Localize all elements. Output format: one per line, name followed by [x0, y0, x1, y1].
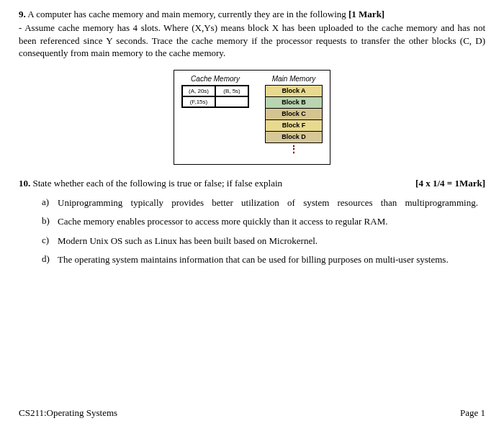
- option-b: b) Cache memory enables processor to acc…: [42, 215, 485, 228]
- page-number: Page 1: [460, 407, 485, 419]
- q10-number: 10.: [19, 178, 30, 189]
- course-code: CS211:Operating Systems: [19, 407, 117, 419]
- page-footer: CS211:Operating Systems Page 1: [19, 407, 485, 419]
- cache-row-0: (A, 20s) (B, 5s): [182, 86, 248, 96]
- cache-grid: (A, 20s) (B, 5s) (F,15s): [181, 85, 249, 108]
- cache-cell: (A, 20s): [182, 86, 215, 96]
- memory-block: Block D: [265, 131, 323, 143]
- q9-mark: [1 Mark]: [348, 9, 384, 19]
- cache-row-1: (F,15s): [182, 96, 248, 107]
- q9-header: 9. A computer has cache memory and main …: [19, 9, 485, 20]
- q10-options: a) Uniprogramming typically provides bet…: [19, 196, 485, 266]
- cache-title: Cache Memory: [191, 75, 240, 83]
- cache-cell: (F,15s): [182, 96, 215, 107]
- main-memory-stack: Block A Block B Block C Block F Block D …: [265, 85, 323, 157]
- option-letter: a): [42, 196, 58, 209]
- memory-block: Block F: [265, 119, 323, 132]
- option-d: d) The operating system maintains inform…: [42, 253, 485, 266]
- option-letter: b): [42, 215, 58, 228]
- q10-mark: [4 x 1/4 = 1Mark]: [415, 178, 485, 189]
- main-memory-title: Main Memory: [272, 75, 316, 83]
- cache-section: Cache Memory (A, 20s) (B, 5s) (F,15s): [181, 75, 249, 108]
- q9-body: - Assume cache memory has 4 slots. Where…: [19, 22, 485, 60]
- q10-intro: State whether each of the following is t…: [33, 178, 283, 189]
- option-text: Uniprogramming typically provides better…: [58, 196, 485, 209]
- memory-diagram: Cache Memory (A, 20s) (B, 5s) (F,15s) Ma…: [19, 70, 485, 165]
- option-a: a) Uniprogramming typically provides bet…: [42, 196, 485, 209]
- option-text: Cache memory enables processor to access…: [58, 215, 485, 228]
- option-text: The operating system maintains informati…: [58, 253, 485, 266]
- memory-block: Block C: [265, 108, 323, 120]
- memory-block: Block A: [265, 85, 323, 97]
- cache-cell: (B, 5s): [215, 86, 248, 96]
- diagram-container: Cache Memory (A, 20s) (B, 5s) (F,15s) Ma…: [174, 70, 330, 165]
- cache-cell: [215, 96, 248, 107]
- q9-intro: A computer has cache memory and main mem…: [27, 9, 346, 19]
- option-letter: d): [42, 253, 58, 266]
- memory-block: Block B: [265, 96, 323, 109]
- q9-number: 9.: [19, 9, 26, 19]
- main-memory-section: Main Memory Block A Block B Block C Bloc…: [265, 75, 323, 157]
- ellipsis-icon: ⋮: [265, 142, 323, 157]
- option-text: Modern Unix OS such as Linux has been bu…: [58, 235, 485, 248]
- option-letter: c): [42, 235, 58, 248]
- option-c: c) Modern Unix OS such as Linux has been…: [42, 235, 485, 248]
- q10-header: 10. State whether each of the following …: [19, 178, 485, 189]
